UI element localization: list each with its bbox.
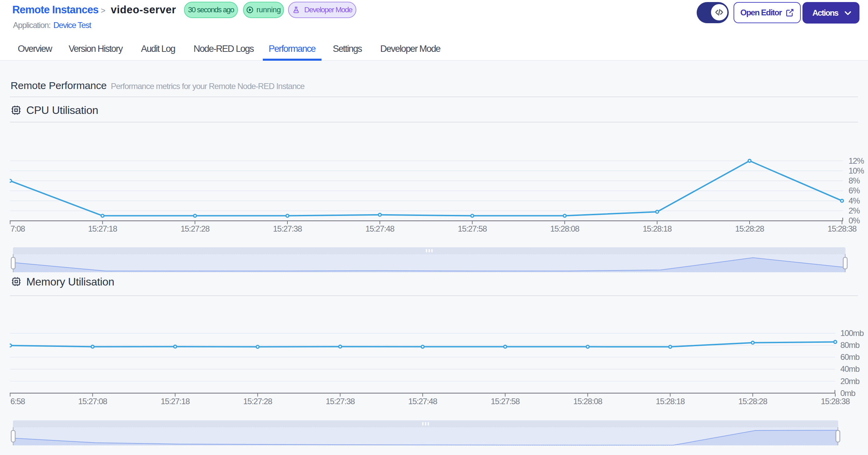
svg-text:8%: 8%: [849, 176, 860, 185]
svg-text:15:28:38: 15:28:38: [821, 397, 850, 406]
svg-text:6:58: 6:58: [11, 397, 25, 406]
svg-text:20mb: 20mb: [840, 377, 859, 386]
svg-text:15:27:38: 15:27:38: [326, 397, 355, 406]
svg-text:15:28:28: 15:28:28: [738, 397, 767, 406]
svg-text:4%: 4%: [849, 196, 860, 205]
svg-text:15:27:18: 15:27:18: [88, 224, 117, 233]
svg-text:7:08: 7:08: [11, 224, 25, 233]
svg-text:100mb: 100mb: [840, 328, 864, 338]
svg-text:15:28:18: 15:28:18: [656, 397, 685, 406]
svg-text:15:27:48: 15:27:48: [365, 224, 394, 233]
svg-text:15:28:08: 15:28:08: [550, 224, 579, 233]
svg-text:0mb: 0mb: [840, 388, 855, 398]
svg-text:15:27:58: 15:27:58: [458, 224, 487, 233]
svg-text:15:27:48: 15:27:48: [408, 397, 437, 406]
svg-text:2%: 2%: [849, 206, 860, 215]
svg-text:0%: 0%: [849, 216, 860, 225]
svg-text:12%: 12%: [849, 156, 864, 165]
svg-text:15:27:58: 15:27:58: [491, 397, 520, 406]
svg-text:15:27:28: 15:27:28: [181, 224, 210, 233]
svg-text:15:27:38: 15:27:38: [273, 224, 302, 233]
svg-text:60mb: 60mb: [840, 352, 859, 362]
svg-text:15:28:08: 15:28:08: [573, 397, 602, 406]
svg-text:15:27:18: 15:27:18: [161, 397, 190, 406]
svg-text:15:28:28: 15:28:28: [735, 224, 764, 233]
svg-text:6%: 6%: [849, 186, 860, 195]
svg-text:10%: 10%: [849, 166, 864, 175]
svg-text:80mb: 80mb: [840, 340, 859, 350]
svg-text:15:27:28: 15:27:28: [243, 397, 272, 406]
svg-text:40mb: 40mb: [840, 364, 859, 373]
svg-text:15:28:18: 15:28:18: [643, 224, 672, 233]
svg-text:15:28:38: 15:28:38: [827, 224, 856, 233]
svg-text:15:27:08: 15:27:08: [78, 397, 107, 406]
